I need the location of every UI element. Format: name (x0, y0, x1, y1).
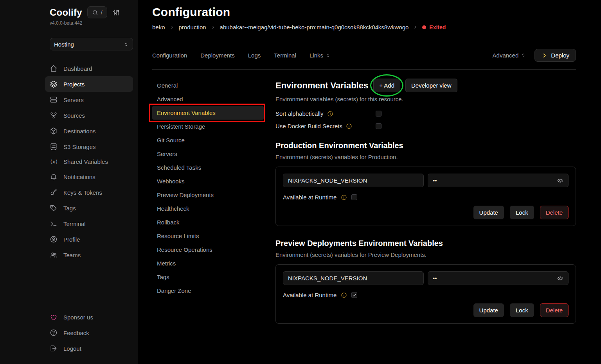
sidebar-item-logout[interactable]: Logout (45, 341, 133, 356)
update-button[interactable]: Update (473, 206, 504, 219)
sidebar-item-label: Profile (63, 236, 80, 243)
sidebar-nav: Dashboard Projects Servers Sources Desti… (45, 61, 133, 263)
subnav-item-environment-variables[interactable]: Environment Variables (152, 106, 264, 120)
sidebar-item-dashboard[interactable]: Dashboard (45, 61, 133, 76)
reveal-value-button[interactable] (557, 275, 563, 282)
env-subtitle: Environment variables (secrets) for this… (275, 96, 576, 102)
subnav-item-servers[interactable]: Servers (152, 147, 264, 161)
filters-button[interactable] (112, 9, 120, 16)
tab-logs[interactable]: Logs (248, 52, 261, 59)
sidebar-item-label: Sponsor us (63, 314, 93, 321)
sidebar-item-label: Feedback (63, 330, 89, 336)
sidebar-item-label: Teams (63, 252, 81, 258)
sidebar-item-shared-variables[interactable]: (x) Shared Variables (45, 154, 133, 169)
sidebar-item-profile[interactable]: Profile (45, 231, 133, 247)
lock-button[interactable]: Lock (510, 206, 534, 219)
env-value-masked: •• (433, 275, 437, 282)
subnav-item-webhooks[interactable]: Webhooks (152, 174, 264, 188)
breadcrumb-resource[interactable]: abubakar--meigag/vid-tube-beko-pro:main-… (220, 24, 409, 30)
production-section-subtitle: Environment (secrets) variables for Prod… (275, 154, 576, 160)
deploy-label: Deploy (551, 52, 569, 59)
sidebar-item-teams[interactable]: Teams (45, 247, 133, 263)
sidebar-item-terminal[interactable]: Terminal (45, 216, 133, 231)
tab-configuration[interactable]: Configuration (152, 52, 187, 59)
team-selector-value: Hosting (54, 41, 74, 48)
env-variable-card-production: •• Available at Runtime (275, 167, 576, 226)
reveal-value-button[interactable] (557, 178, 563, 184)
status-label: Exited (429, 24, 446, 30)
sidebar-item-label: Projects (63, 81, 85, 88)
subnav-item-metrics[interactable]: Metrics (152, 256, 264, 270)
delete-button[interactable]: Delete (540, 303, 569, 317)
heart-icon (50, 313, 58, 321)
tab-terminal[interactable]: Terminal (274, 52, 296, 59)
tab-links[interactable]: Links (309, 52, 331, 59)
sidebar-item-notifications[interactable]: Notifications (45, 169, 133, 185)
docker-build-secrets-checkbox[interactable] (376, 123, 381, 129)
delete-button[interactable]: Delete (540, 206, 569, 219)
layers-icon (50, 80, 58, 88)
env-name-field (283, 271, 424, 285)
subnav-item-resource-limits[interactable]: Resource Limits (152, 229, 264, 243)
available-at-runtime-checkbox[interactable] (351, 292, 357, 298)
subnav-item-general[interactable]: General (152, 79, 264, 92)
chevron-right-icon (413, 25, 418, 30)
add-env-variable-button[interactable]: + Add (373, 79, 400, 92)
sidebar-item-s3-storages[interactable]: S3 Storages (45, 139, 133, 154)
tab-deployments[interactable]: Deployments (200, 52, 235, 59)
sidebar-item-feedback[interactable]: Feedback (45, 325, 133, 341)
subnav-item-danger-zone[interactable]: Danger Zone (152, 284, 264, 298)
subnav-item-tags[interactable]: Tags (152, 270, 264, 284)
subnav-item-scheduled-tasks[interactable]: Scheduled Tasks (152, 161, 264, 174)
subnav-item-git-source[interactable]: Git Source (152, 133, 264, 147)
sidebar-item-destinations[interactable]: Destinations (45, 123, 133, 139)
sidebar-item-label: Shared Variables (63, 158, 108, 165)
env-name-input[interactable] (288, 177, 419, 184)
sidebar-item-keys-tokens[interactable]: Keys & Tokens (45, 185, 133, 200)
app-logo: Coolify (50, 7, 82, 18)
resource-tabs: Configuration Deployments Logs Terminal … (152, 49, 576, 62)
chevron-right-icon (169, 25, 175, 30)
lock-button[interactable]: Lock (510, 303, 534, 317)
advanced-dropdown[interactable]: Advanced (493, 52, 526, 59)
tabs-divider (152, 69, 576, 70)
info-icon (341, 194, 347, 201)
team-selector[interactable]: Hosting (50, 38, 133, 50)
env-value-field: •• (428, 271, 569, 285)
breadcrumb-environment[interactable]: production (179, 24, 206, 30)
play-icon (541, 52, 547, 59)
available-at-runtime-checkbox[interactable] (351, 194, 357, 200)
eye-icon (557, 178, 563, 184)
production-section-title: Production Environment Variables (275, 141, 576, 150)
subnav-item-resource-operations[interactable]: Resource Operations (152, 243, 264, 256)
sidebar-item-projects[interactable]: Projects (45, 76, 133, 92)
env-variable-card-preview: •• Available at Runtime (275, 264, 576, 324)
key-icon (50, 188, 58, 196)
sort-alphabetically-checkbox[interactable] (376, 111, 381, 117)
update-button[interactable]: Update (473, 303, 504, 317)
package-icon (50, 127, 58, 135)
sidebar-item-tags[interactable]: Tags (45, 200, 133, 216)
advanced-label: Advanced (493, 52, 519, 59)
sidebar-item-servers[interactable]: Servers (45, 92, 133, 108)
subnav-item-healthcheck[interactable]: Healthcheck (152, 202, 264, 215)
deploy-button[interactable]: Deploy (534, 49, 576, 62)
subnav-item-advanced[interactable]: Advanced (152, 92, 264, 106)
env-name-input[interactable] (288, 275, 419, 282)
config-subnav: General Advanced Environment Variables P… (152, 79, 264, 324)
subnav-item-rollback[interactable]: Rollback (152, 215, 264, 229)
subnav-item-persistent-storage[interactable]: Persistent Storage (152, 120, 264, 133)
chevron-updown-icon (521, 53, 526, 58)
app-window: Coolify / v4.0.0-beta.442 Hosting Dashbo… (0, 0, 601, 364)
env-variables-panel: Environment Variables + Add Developer vi… (275, 79, 576, 324)
developer-view-button[interactable]: Developer view (405, 79, 457, 92)
env-name-field (283, 174, 424, 187)
breadcrumb-team[interactable]: beko (152, 24, 165, 30)
search-button[interactable]: / (87, 6, 107, 18)
sidebar-footer: Sponsor us Feedback Logout (45, 309, 133, 356)
search-shortcut-hint: / (101, 9, 103, 16)
sidebar-item-sponsor-us[interactable]: Sponsor us (45, 309, 133, 325)
sidebar-item-sources[interactable]: Sources (45, 108, 133, 123)
subnav-item-preview-deployments[interactable]: Preview Deployments (152, 188, 264, 202)
status-badge: Exited (422, 24, 446, 30)
